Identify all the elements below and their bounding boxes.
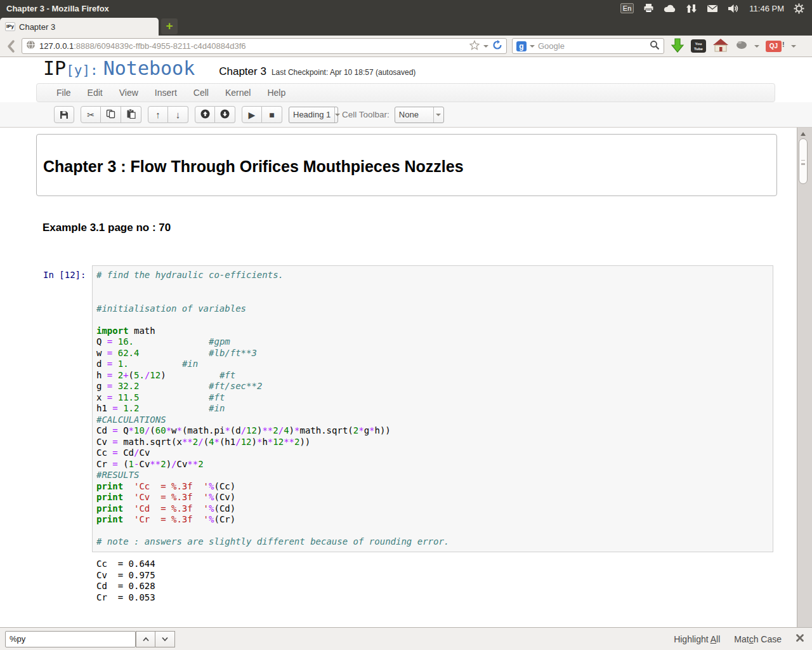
cell-toolbar-select[interactable]: None — [395, 107, 444, 123]
addon-icon[interactable] — [735, 40, 748, 52]
session-gear-icon[interactable] — [794, 3, 804, 14]
notebook-title[interactable]: Chapter 3 — [219, 65, 266, 78]
menu-cell[interactable]: Cell — [185, 88, 217, 98]
example-heading[interactable]: Example 3.1 page no : 70 — [43, 222, 171, 234]
network-arrows-icon[interactable] — [686, 4, 697, 13]
code-line: # note : answers are slightly different … — [96, 536, 773, 548]
url-host: 127.0.0.1 — [39, 41, 74, 51]
bookmark-star-icon[interactable] — [469, 40, 480, 53]
mail-icon[interactable] — [707, 4, 718, 13]
chevron-up-icon — [142, 634, 150, 644]
menu-view[interactable]: View — [111, 88, 147, 98]
cell-type-select[interactable]: Heading 1 — [289, 107, 338, 123]
insert-cell-below-button[interactable] — [215, 106, 235, 123]
url-path: :8888/6094839c-ffbb-4955-8211-c4d40884d3… — [74, 41, 246, 51]
match-case-button[interactable]: Match Case — [734, 634, 782, 644]
logo-ip: IP — [43, 57, 66, 79]
notebook-toolbar: ✂ ↑ ↓ ▶ ■ Heading 1 Cell Toolbar: None — [0, 102, 812, 128]
highlight-all-button[interactable]: Highlight All — [674, 634, 720, 644]
save-button[interactable] — [54, 106, 74, 123]
addon-dropdown-icon[interactable] — [754, 45, 759, 48]
code-line: import math — [96, 326, 773, 337]
code-line: Cv = math.sqrt(x**2/(4*(h1/12)*h*12**2)) — [96, 437, 773, 448]
menu-bar: FileEditViewInsertCellKernelHelp — [36, 83, 775, 102]
bookmark-dropdown-icon[interactable] — [483, 45, 488, 48]
paste-cell-button[interactable] — [121, 106, 141, 123]
menu-kernel[interactable]: Kernel — [217, 88, 259, 98]
move-cell-down-button[interactable]: ↓ — [168, 106, 188, 123]
code-line: d = 1. #in — [96, 359, 773, 370]
home-icon[interactable] — [712, 38, 729, 55]
youtube-icon[interactable]: YouTube — [691, 39, 706, 53]
cell-type-value: Heading 1 — [289, 110, 334, 119]
output-line: Cr = 0.053 — [96, 592, 155, 604]
qj-label: QJ — [766, 41, 782, 52]
notebook-content: Chapter 3 : Flow Through Orifices Mouthp… — [0, 128, 812, 627]
copy-cell-button[interactable] — [101, 106, 121, 123]
menu-insert[interactable]: Insert — [147, 88, 185, 98]
code-line: print 'Cr = %.3f '%(Cr) — [96, 514, 773, 526]
code-cell-input[interactable]: # find the hydraulic co-efficients. #ini… — [92, 265, 773, 552]
menu-bar-row: FileEditViewInsertCellKernelHelp — [0, 83, 812, 102]
find-close-button[interactable] — [796, 633, 804, 645]
checkpoint-status: Last Checkpoint: Apr 10 18:57 (autosaved… — [272, 68, 416, 77]
menu-help[interactable]: Help — [259, 88, 294, 98]
find-previous-button[interactable] — [136, 631, 155, 647]
scrollbar-up-arrow[interactable] — [801, 132, 806, 136]
code-line — [96, 526, 773, 537]
run-cell-button[interactable]: ▶ — [242, 106, 262, 123]
scrollbar-grip — [801, 160, 805, 163]
cell-toolbar-value: None — [395, 110, 433, 119]
keyboard-layout-indicator[interactable]: En — [620, 3, 634, 13]
qj-extension-icon[interactable]: QJ! — [766, 41, 785, 52]
tab-title: Chapter 3 — [19, 22, 55, 32]
clock[interactable]: 11:46 PM — [749, 4, 784, 13]
window-title: Chapter 3 - Mozilla Firefox — [0, 4, 109, 13]
copy-icon — [106, 109, 115, 121]
find-input[interactable] — [5, 631, 136, 647]
search-magnifier-icon[interactable] — [650, 40, 660, 53]
ipython-favicon: IPy — [5, 22, 15, 31]
url-bar[interactable]: 127.0.0.1:8888/6094839c-ffbb-4955-8211-c… — [22, 38, 507, 54]
interrupt-kernel-button[interactable]: ■ — [262, 106, 282, 123]
cut-cell-button[interactable]: ✂ — [81, 106, 101, 123]
browser-tab[interactable]: IPy Chapter 3 — [0, 18, 159, 36]
output-line: Cc = 0.644 — [96, 559, 155, 570]
scrollbar-thumb[interactable] — [799, 138, 808, 184]
find-next-button[interactable] — [155, 631, 175, 647]
close-icon — [796, 633, 804, 645]
ipython-logo[interactable]: IP[y]:Notebook — [43, 57, 195, 79]
move-cell-up-button[interactable]: ↑ — [148, 106, 168, 123]
back-button[interactable] — [0, 39, 22, 53]
search-engine-dropdown-icon[interactable] — [530, 45, 535, 48]
desktop-top-panel: Chapter 3 - Mozilla Firefox En 11:46 PM — [0, 0, 812, 17]
heading-cell[interactable]: Chapter 3 : Flow Through Orifices Mouthp… — [36, 134, 777, 196]
qj-dropdown-icon[interactable] — [791, 45, 796, 48]
page-scrollbar[interactable] — [797, 128, 812, 627]
code-line: Cd = Q*10/(60*w*(math.pi*(d/12)**2/4)*ma… — [96, 425, 773, 437]
download-arrow-icon[interactable] — [671, 37, 684, 56]
menu-file[interactable]: File — [48, 88, 79, 98]
url-text[interactable]: 127.0.0.1:8888/6094839c-ffbb-4955-8211-c… — [39, 41, 466, 51]
output-line: Cd = 0.628 — [96, 581, 155, 592]
reload-icon[interactable] — [492, 40, 502, 53]
logo-notebook: Notebook — [103, 57, 195, 79]
notebook-header: IP[y]:Notebook Chapter 3 Last Checkpoint… — [0, 57, 812, 83]
code-line: x = 11.5 #ft — [96, 392, 773, 404]
cloud-icon[interactable] — [664, 4, 676, 13]
play-icon: ▶ — [249, 110, 256, 120]
code-line: Cc = Cd/Cv — [96, 448, 773, 459]
insert-cell-above-button[interactable] — [195, 106, 215, 123]
stop-icon: ■ — [269, 110, 274, 120]
new-tab-button[interactable]: + — [161, 18, 178, 34]
site-globe-icon[interactable] — [26, 40, 36, 52]
search-bar[interactable]: g Google — [512, 38, 664, 54]
search-placeholder[interactable]: Google — [538, 41, 646, 51]
browser-tab-bar: IPy Chapter 3 + — [0, 17, 812, 36]
google-logo-icon[interactable]: g — [516, 41, 527, 51]
volume-icon[interactable] — [728, 4, 740, 13]
input-prompt: In [12]: — [43, 270, 86, 280]
menu-edit[interactable]: Edit — [79, 88, 111, 98]
code-line: print 'Cc = %.3f '%(Cc) — [96, 481, 773, 493]
printer-icon[interactable] — [643, 3, 654, 13]
